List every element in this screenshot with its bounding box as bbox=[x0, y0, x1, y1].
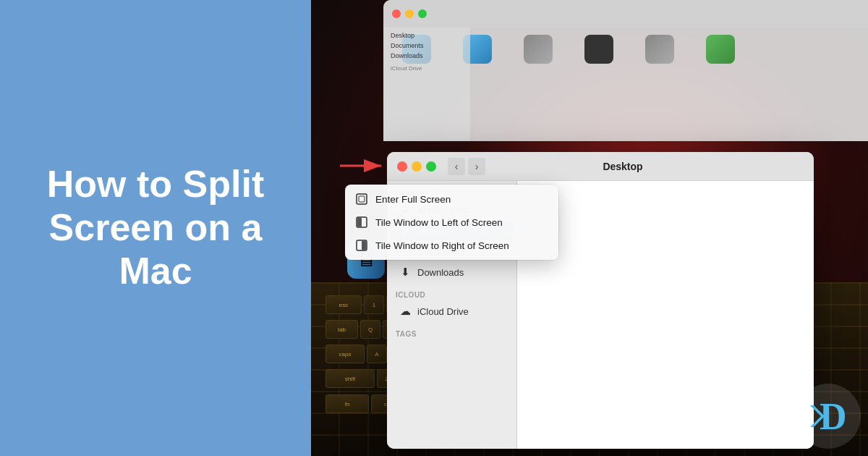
title-line2: Screen on a bbox=[49, 206, 263, 248]
minimize-button[interactable] bbox=[412, 161, 422, 172]
window-title: Desktop bbox=[491, 161, 754, 172]
fts-downloads[interactable]: Downloads bbox=[388, 51, 466, 61]
maximize-button[interactable] bbox=[426, 161, 436, 172]
fullscreen-icon bbox=[355, 193, 368, 206]
key-shift: shift bbox=[326, 369, 375, 388]
right-panel: Desktop Documents Downloads iCloud Drive bbox=[311, 0, 868, 456]
key-q: Q bbox=[360, 320, 380, 339]
tags-label: Tags bbox=[387, 327, 516, 339]
fts-documents[interactable]: Documents bbox=[388, 41, 466, 51]
svg-rect-5 bbox=[357, 218, 362, 227]
arrow-indicator bbox=[336, 158, 387, 174]
sidebar-item-icloud-drive[interactable]: ☁ iCloud Drive bbox=[390, 301, 514, 321]
main-title: How to Split Screen on a Mac bbox=[47, 163, 264, 292]
context-menu-item-tile-right-label: Tile Window to Right of Screen bbox=[375, 240, 509, 251]
icloud-icon: ☁ bbox=[399, 305, 412, 318]
key-fn: fn bbox=[326, 394, 369, 413]
close-button[interactable] bbox=[397, 161, 407, 172]
finder-top-item bbox=[631, 32, 689, 83]
finder-icon-3 bbox=[524, 35, 553, 64]
title-line3: Mac bbox=[119, 250, 192, 292]
key-tab: tab bbox=[326, 320, 358, 339]
finder-top-item bbox=[570, 32, 628, 83]
fts-icloud-label: iCloud Drive bbox=[388, 64, 466, 73]
top-minimize-button[interactable] bbox=[405, 9, 414, 18]
finder-top-window: Desktop Documents Downloads iCloud Drive bbox=[383, 0, 868, 141]
finder-icon-6 bbox=[706, 35, 735, 64]
finder-titlebar: ‹ › Desktop bbox=[387, 152, 814, 181]
finder-icon-5 bbox=[645, 35, 674, 64]
tile-left-icon bbox=[355, 216, 368, 229]
traffic-lights bbox=[397, 161, 436, 172]
icloud-drive-label: iCloud Drive bbox=[417, 306, 469, 317]
context-menu-item-fullscreen[interactable]: Enter Full Screen bbox=[345, 187, 558, 211]
svg-text:D: D bbox=[820, 396, 847, 437]
fts-desktop[interactable]: Desktop bbox=[388, 30, 466, 41]
key-caps: caps bbox=[326, 345, 365, 363]
tile-right-svg bbox=[356, 240, 367, 251]
logo-badge: D bbox=[796, 384, 861, 449]
fullscreen-svg bbox=[356, 193, 367, 205]
tile-right-icon bbox=[355, 239, 368, 252]
key-a: A bbox=[367, 345, 387, 363]
top-maximize-button[interactable] bbox=[418, 9, 427, 18]
arrow-svg bbox=[336, 158, 387, 174]
context-menu: Enter Full Screen Tile Window to Left of… bbox=[345, 185, 558, 260]
top-close-button[interactable] bbox=[392, 9, 401, 18]
key-1: 1 bbox=[364, 295, 384, 314]
finder-top-item bbox=[692, 32, 749, 83]
key-esc: esc bbox=[326, 295, 362, 314]
context-menu-item-tile-left-label: Tile Window to Left of Screen bbox=[375, 217, 503, 228]
icloud-label: iCloud bbox=[387, 288, 516, 300]
nav-back-button[interactable]: ‹ bbox=[448, 158, 465, 175]
finder-content-area bbox=[517, 181, 814, 449]
context-menu-item-tile-left[interactable]: Tile Window to Left of Screen bbox=[345, 211, 558, 234]
context-menu-item-fullscreen-label: Enter Full Screen bbox=[375, 194, 451, 205]
finder-top-toolbar bbox=[383, 0, 868, 28]
nav-forward-button[interactable]: › bbox=[468, 158, 485, 175]
downloads-label: Downloads bbox=[417, 267, 464, 278]
finder-icon-4 bbox=[584, 35, 613, 64]
svg-rect-2 bbox=[357, 194, 367, 204]
svg-rect-7 bbox=[362, 241, 366, 250]
logo-svg: D bbox=[799, 387, 857, 445]
finder-top-item bbox=[509, 32, 567, 83]
context-menu-item-tile-right[interactable]: Tile Window to Right of Screen bbox=[345, 234, 558, 257]
sidebar-item-downloads[interactable]: ⬇ Downloads bbox=[390, 262, 514, 282]
tile-left-svg bbox=[356, 216, 367, 228]
left-panel: How to Split Screen on a Mac bbox=[0, 0, 311, 456]
downloads-icon: ⬇ bbox=[399, 266, 412, 279]
title-line1: How to Split bbox=[47, 163, 264, 205]
finder-top-sidebar: Desktop Documents Downloads iCloud Drive bbox=[383, 28, 470, 141]
svg-rect-3 bbox=[359, 196, 365, 202]
